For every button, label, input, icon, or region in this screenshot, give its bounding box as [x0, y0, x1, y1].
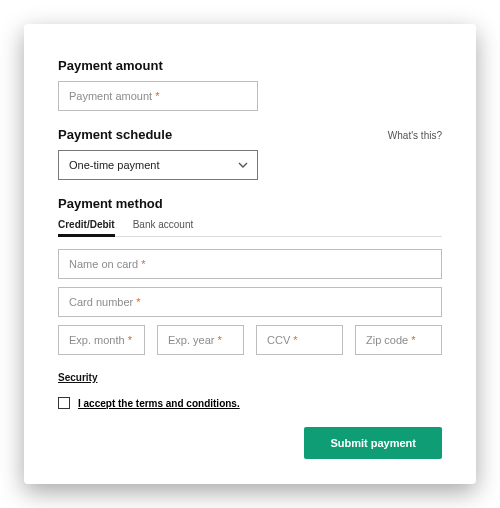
- name-on-card-input[interactable]: [58, 249, 442, 279]
- ccv-input[interactable]: [256, 325, 343, 355]
- terms-row: I accept the terms and conditions.: [58, 397, 442, 409]
- card-details-row: Exp. month * Exp. year * CCV * Zip code …: [58, 325, 442, 355]
- security-link[interactable]: Security: [58, 372, 97, 383]
- exp-month-input[interactable]: [58, 325, 145, 355]
- ccv-wrap: CCV *: [256, 325, 343, 355]
- zip-code-input[interactable]: [355, 325, 442, 355]
- name-on-card-wrap: Name on card *: [58, 249, 442, 279]
- payment-amount-input[interactable]: [58, 81, 258, 111]
- tab-credit-debit[interactable]: Credit/Debit: [58, 219, 115, 236]
- terms-checkbox[interactable]: [58, 397, 70, 409]
- payment-schedule-title: Payment schedule: [58, 127, 172, 142]
- payment-card: Payment amount Payment amount * Payment …: [24, 24, 476, 484]
- submit-payment-button[interactable]: Submit payment: [304, 427, 442, 459]
- exp-year-input[interactable]: [157, 325, 244, 355]
- whats-this-link[interactable]: What's this?: [388, 130, 442, 141]
- tab-bank-account[interactable]: Bank account: [133, 219, 194, 236]
- exp-year-wrap: Exp. year *: [157, 325, 244, 355]
- card-number-wrap: Card number *: [58, 287, 442, 317]
- payment-method-tabs: Credit/Debit Bank account: [58, 219, 442, 237]
- payment-schedule-select[interactable]: One-time payment: [58, 150, 258, 180]
- exp-month-wrap: Exp. month *: [58, 325, 145, 355]
- zip-wrap: Zip code *: [355, 325, 442, 355]
- payment-schedule-select-wrap: One-time payment: [58, 150, 258, 180]
- card-number-input[interactable]: [58, 287, 442, 317]
- payment-amount-title: Payment amount: [58, 58, 442, 73]
- actions-row: Submit payment: [58, 427, 442, 459]
- payment-amount-field-wrap: Payment amount *: [58, 81, 258, 111]
- terms-label[interactable]: I accept the terms and conditions.: [78, 398, 240, 409]
- payment-method-title: Payment method: [58, 196, 442, 211]
